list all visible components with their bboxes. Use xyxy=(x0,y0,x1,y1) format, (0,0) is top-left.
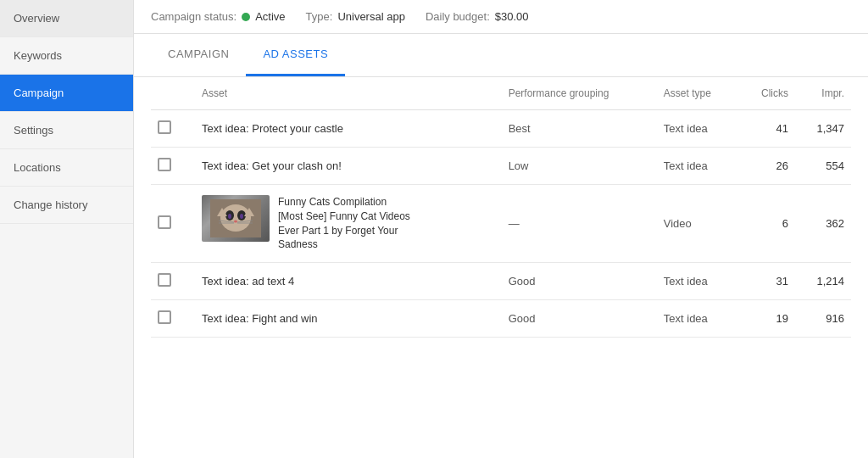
asset-cell: Funny Cats Compilation [Most See] Funny … xyxy=(195,185,502,263)
asset-text: Text idea: Fight and win xyxy=(202,312,318,325)
row-checkbox-2[interactable] xyxy=(158,215,171,229)
asset-cell: Text idea: Fight and win xyxy=(195,300,502,338)
clicks-value: 26 xyxy=(740,148,795,185)
performance-grouping: — xyxy=(502,185,657,263)
tab-bar: CAMPAIGN AD ASSETS xyxy=(134,34,868,77)
asset-cell: Text idea: ad text 4 xyxy=(195,263,502,300)
sidebar-item-campaign[interactable]: Campaign xyxy=(0,75,133,112)
clicks-value: 31 xyxy=(740,263,795,300)
performance-grouping: Best xyxy=(502,110,657,148)
daily-budget: Daily budget: $30.00 xyxy=(426,10,529,23)
col-clicks: Clicks xyxy=(740,77,795,110)
clicks-value: 41 xyxy=(740,110,795,148)
svg-point-5 xyxy=(240,214,243,219)
campaign-status: Campaign status: Active xyxy=(151,10,286,23)
asset-text: Text idea: Protect your castle xyxy=(202,122,343,135)
sidebar-item-overview[interactable]: Overview xyxy=(0,0,133,37)
clicks-value: 19 xyxy=(740,300,795,338)
asset-text: Text idea: Get your clash on! xyxy=(202,159,342,172)
table-row: Text idea: Get your clash on!LowText ide… xyxy=(151,148,851,185)
impressions-value: 362 xyxy=(795,185,851,263)
asset-cell: Text idea: Get your clash on! xyxy=(195,148,502,185)
table-header-row: Asset Performance grouping Asset type Cl… xyxy=(151,77,851,110)
svg-point-6 xyxy=(234,221,237,223)
impressions-value: 1,214 xyxy=(795,263,851,300)
col-status xyxy=(178,77,195,110)
asset-type: Video xyxy=(657,185,740,263)
campaign-status-value: Active xyxy=(255,10,285,23)
row-checkbox-1[interactable] xyxy=(158,158,171,171)
table-row: Funny Cats Compilation [Most See] Funny … xyxy=(151,185,851,263)
asset-text: Text idea: ad text 4 xyxy=(202,275,294,288)
video-thumbnail xyxy=(202,195,270,242)
tab-ad-assets[interactable]: AD ASSETS xyxy=(246,34,345,76)
asset-cell: Text idea: Protect your castle xyxy=(195,110,502,148)
type-value: Universal app xyxy=(337,10,405,23)
assets-table: Asset Performance grouping Asset type Cl… xyxy=(151,77,851,338)
sidebar-item-locations[interactable]: Locations xyxy=(0,149,133,187)
sidebar-item-change-history[interactable]: Change history xyxy=(0,187,133,224)
sidebar: Overview Keywords Campaign Settings Loca… xyxy=(0,0,134,458)
impressions-value: 916 xyxy=(795,300,851,338)
col-impr: Impr. xyxy=(795,77,851,110)
cat-image-icon xyxy=(210,199,261,237)
row-checkbox-0[interactable] xyxy=(158,120,171,134)
asset-type: Text idea xyxy=(657,300,740,338)
sidebar-item-keywords[interactable]: Keywords xyxy=(0,37,133,75)
main-content: Campaign status: Active Type: Universal … xyxy=(134,0,868,458)
performance-grouping: Low xyxy=(502,148,657,185)
svg-point-4 xyxy=(228,214,231,219)
asset-type: Text idea xyxy=(657,110,740,148)
impressions-value: 1,347 xyxy=(795,110,851,148)
impressions-value: 554 xyxy=(795,148,851,185)
table-row: Text idea: ad text 4GoodText idea311,214 xyxy=(151,263,851,300)
col-asset: Asset xyxy=(195,77,502,110)
row-checkbox-4[interactable] xyxy=(158,310,171,324)
tab-campaign[interactable]: CAMPAIGN xyxy=(151,34,246,76)
svg-point-1 xyxy=(220,204,251,232)
budget-value: $30.00 xyxy=(495,10,529,23)
clicks-value: 6 xyxy=(740,185,795,263)
performance-grouping: Good xyxy=(502,300,657,338)
campaign-status-label: Campaign status: xyxy=(151,10,236,23)
active-dot-icon xyxy=(242,13,250,21)
asset-type: Text idea xyxy=(657,148,740,185)
table-row: Text idea: Protect your castleBestText i… xyxy=(151,110,851,148)
asset-type: Text idea xyxy=(657,263,740,300)
status-bar: Campaign status: Active Type: Universal … xyxy=(134,0,868,34)
col-checkbox xyxy=(151,77,178,110)
budget-label: Daily budget: xyxy=(426,10,490,23)
sidebar-item-settings[interactable]: Settings xyxy=(0,112,133,149)
col-performance: Performance grouping xyxy=(502,77,657,110)
video-asset-cell: Funny Cats Compilation [Most See] Funny … xyxy=(202,195,495,252)
campaign-type: Type: Universal app xyxy=(306,10,405,23)
table-row: Text idea: Fight and winGoodText idea199… xyxy=(151,300,851,338)
video-label: Funny Cats Compilation [Most See] Funny … xyxy=(278,195,414,252)
assets-table-container: Asset Performance grouping Asset type Cl… xyxy=(134,77,868,458)
col-asset-type: Asset type xyxy=(657,77,740,110)
type-label: Type: xyxy=(306,10,333,23)
performance-grouping: Good xyxy=(502,263,657,300)
row-checkbox-3[interactable] xyxy=(158,273,171,287)
